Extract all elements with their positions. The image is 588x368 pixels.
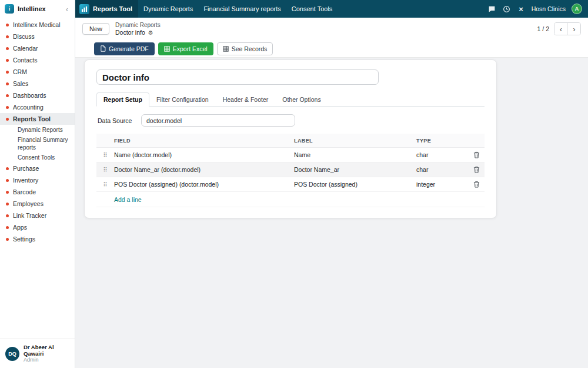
- bullet-icon: [6, 179, 9, 182]
- field-cell: POS Doctor (assigned) (doctor.model): [114, 181, 294, 188]
- nav-app-label: Reports Tool: [93, 5, 132, 12]
- breadcrumb-bar: New Dynamic Reports Doctor info ⚙ 1 / 2 …: [75, 18, 588, 40]
- sidebar-item-label: Link Tracker: [13, 211, 46, 220]
- nav-app-reports-tool[interactable]: Reports Tool: [75, 0, 138, 18]
- sidebar-item-label: Contacts: [13, 56, 37, 64]
- drag-handle-icon[interactable]: ⠿: [96, 181, 114, 188]
- see-records-button[interactable]: See Records: [217, 42, 273, 55]
- nav-item-consent-tools[interactable]: Consent Tools: [286, 0, 338, 18]
- label-cell: Name: [294, 151, 416, 158]
- sidebar-item-calendar[interactable]: Calendar: [0, 42, 75, 54]
- generate-pdf-button[interactable]: Generate PDF: [94, 42, 155, 55]
- sidebar-user[interactable]: DQ Dr Abeer Al Qawairi Admin: [0, 339, 75, 368]
- company-name[interactable]: Hosn Clinics: [532, 5, 566, 12]
- bullet-icon: [6, 191, 9, 194]
- sidebar-item-accounting[interactable]: Accounting: [0, 101, 75, 113]
- delete-row-icon[interactable]: [468, 166, 485, 173]
- sidebar-subitem-consent-tools[interactable]: Consent Tools: [0, 152, 75, 163]
- bullet-icon: [6, 214, 9, 217]
- close-icon[interactable]: ×: [517, 5, 526, 14]
- table-row[interactable]: ⠿ Name (doctor.model) Name char: [96, 148, 485, 163]
- form-card: Report Setup Filter Configuration Header…: [84, 59, 497, 218]
- nav-item-dynamic-reports[interactable]: Dynamic Reports: [138, 0, 198, 18]
- bullet-icon: [6, 167, 9, 170]
- brand-logo-icon: i: [5, 4, 14, 14]
- sidebar-item-purchase[interactable]: Purchase: [0, 163, 75, 174]
- chat-icon[interactable]: [487, 5, 496, 14]
- label-cell: POS Doctor (assigned): [294, 181, 416, 188]
- sidebar-item-link-tracker[interactable]: Link Tracker: [0, 210, 75, 221]
- data-source-label: Data Source: [98, 117, 134, 124]
- sidebar-subitem-dynamic-reports[interactable]: Dynamic Reports: [0, 125, 75, 135]
- bullet-icon: [6, 59, 9, 62]
- bullet-icon: [6, 118, 9, 121]
- brand-name: Intellinex: [18, 5, 61, 12]
- type-cell: char: [416, 151, 468, 158]
- delete-row-icon[interactable]: [468, 151, 485, 158]
- drag-handle-icon[interactable]: ⠿: [96, 167, 114, 173]
- sidebar-item-sales[interactable]: Sales: [0, 78, 75, 89]
- sidebar-item-intellinex-medical[interactable]: Intellinex Medical: [0, 19, 75, 31]
- sidebar-item-label: Purchase: [13, 164, 39, 173]
- sidebar-item-reports-tool[interactable]: Reports Tool: [0, 113, 75, 125]
- breadcrumb-current: Doctor info: [115, 29, 145, 37]
- drag-handle-icon[interactable]: ⠿: [96, 152, 114, 158]
- table-row[interactable]: ⠿ POS Doctor (assigned) (doctor.model) P…: [96, 177, 485, 192]
- tab-other-options[interactable]: Other Options: [275, 92, 328, 107]
- data-source-row: Data Source: [96, 114, 485, 127]
- export-excel-button[interactable]: Export Excel: [158, 42, 213, 55]
- add-a-line-link[interactable]: Add a line: [96, 192, 485, 207]
- sidebar-item-discuss[interactable]: Discuss: [0, 31, 75, 42]
- sidebar-item-label: Apps: [13, 223, 27, 231]
- pager-count: 1 / 2: [537, 25, 549, 32]
- sidebar-item-label: CRM: [13, 68, 27, 76]
- user-role: Admin: [24, 357, 69, 363]
- topbar-avatar[interactable]: A: [572, 4, 582, 14]
- bullet-icon: [6, 203, 9, 205]
- bullet-icon: [6, 47, 9, 50]
- bullet-icon: [6, 35, 9, 38]
- sidebar-item-label: Barcode: [13, 188, 36, 196]
- sidebar-item-inventory[interactable]: Inventory: [0, 174, 75, 186]
- breadcrumb-parent[interactable]: Dynamic Reports: [115, 22, 161, 29]
- delete-row-icon[interactable]: [468, 181, 485, 188]
- bullet-icon: [6, 82, 9, 85]
- bullet-icon: [6, 238, 9, 241]
- sidebar-item-label: Sales: [13, 79, 28, 88]
- fields-table: FIELD LABEL TYPE ⠿ Name (doctor.model) N…: [96, 134, 485, 207]
- report-title-input[interactable]: [96, 69, 379, 85]
- sidebar-item-dashboards[interactable]: Dashboards: [0, 89, 75, 101]
- column-header-type: TYPE: [416, 138, 468, 144]
- user-avatar: DQ: [5, 347, 19, 361]
- pager-next-icon[interactable]: ›: [567, 23, 580, 35]
- settings-gear-icon[interactable]: ⚙: [148, 29, 153, 37]
- label-cell: Doctor Name_ar: [294, 166, 416, 173]
- sidebar-item-crm[interactable]: CRM: [0, 66, 75, 78]
- field-cell: Doctor Name_ar (doctor.model): [114, 166, 294, 173]
- type-cell: integer: [416, 181, 468, 188]
- new-button[interactable]: New: [82, 23, 109, 35]
- sidebar-collapse-icon[interactable]: ‹: [64, 5, 70, 13]
- sidebar-item-label: Settings: [13, 235, 35, 243]
- sidebar-item-label: Dashboards: [13, 91, 46, 100]
- bullet-icon: [6, 94, 9, 97]
- action-button-band: Generate PDF Export Excel See Records: [75, 40, 588, 58]
- table-row[interactable]: ⠿ Doctor Name_ar (doctor.model) Doctor N…: [96, 163, 485, 177]
- clock-icon[interactable]: [502, 5, 511, 14]
- sidebar-item-apps[interactable]: Apps: [0, 221, 75, 233]
- tab-filter-configuration[interactable]: Filter Configuration: [149, 92, 216, 107]
- sidebar-subitem-financial-summary-reports[interactable]: Financial Summary reports: [0, 135, 75, 152]
- tab-report-setup[interactable]: Report Setup: [96, 92, 149, 107]
- data-source-input[interactable]: [141, 114, 295, 127]
- tab-header-footer[interactable]: Header & Footer: [216, 92, 276, 107]
- sidebar-item-contacts[interactable]: Contacts: [0, 54, 75, 66]
- sidebar-item-label: Calendar: [13, 44, 38, 52]
- sidebar-item-employees[interactable]: Employees: [0, 198, 75, 210]
- sidebar-item-barcode[interactable]: Barcode: [0, 186, 75, 198]
- pager-prev-icon[interactable]: ‹: [554, 23, 567, 35]
- field-cell: Name (doctor.model): [114, 151, 294, 158]
- sidebar-item-label: Inventory: [13, 176, 38, 184]
- sidebar-item-settings[interactable]: Settings: [0, 233, 75, 245]
- sidebar-header: i Intellinex ‹: [0, 0, 75, 17]
- nav-item-financial-summary-reports[interactable]: Financial Summary reports: [198, 0, 286, 18]
